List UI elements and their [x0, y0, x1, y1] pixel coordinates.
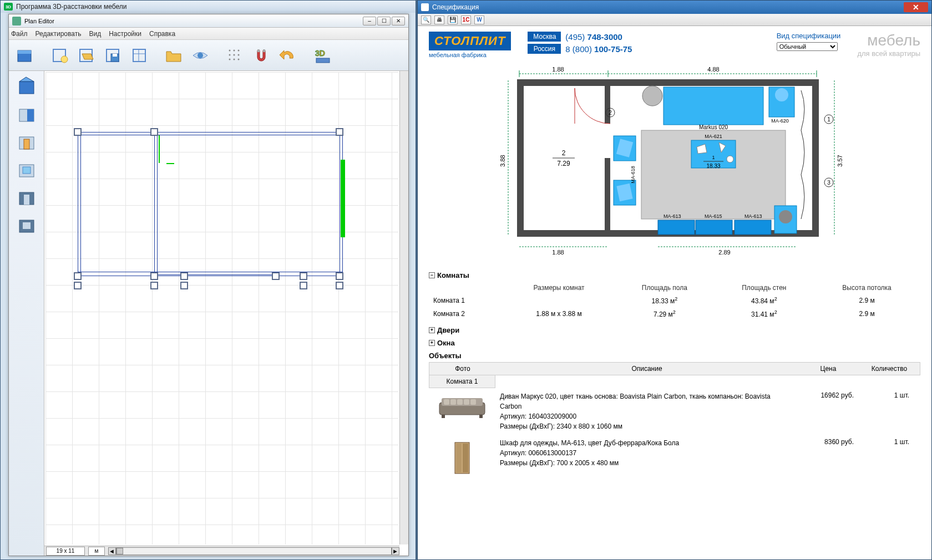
- spec-type-block: Вид спецификации Обычный: [777, 32, 841, 51]
- save-button[interactable]: 💾: [448, 16, 458, 24]
- svg-point-95: [779, 210, 792, 223]
- svg-text:МА-620: МА-620: [771, 118, 789, 124]
- menu-settings[interactable]: Настройки: [109, 30, 141, 38]
- preview-button[interactable]: 🔍: [421, 16, 431, 24]
- plan-editor-title: Plan Editor: [24, 18, 54, 24]
- svg-text:3: 3: [827, 180, 830, 186]
- section-doors[interactable]: + Двери: [429, 324, 920, 337]
- app-icon: 3D: [4, 3, 13, 11]
- svg-rect-106: [456, 444, 462, 472]
- object-photo: [429, 438, 495, 475]
- svg-rect-55: [812, 79, 819, 237]
- section-rooms[interactable]: − Комнаты: [429, 269, 920, 282]
- room-subheader: Комната 1: [429, 375, 495, 388]
- scroll-right-button[interactable]: ►: [392, 547, 399, 555]
- svg-rect-21: [257, 49, 260, 52]
- svg-rect-102: [470, 399, 476, 405]
- spec-titlebar[interactable]: Спецификация ✕: [418, 1, 931, 14]
- svg-marker-26: [19, 77, 34, 82]
- side-room-icon[interactable]: [14, 74, 39, 99]
- menu-file[interactable]: Файл: [11, 30, 28, 38]
- close-button[interactable]: ✕: [392, 17, 405, 26]
- expand-icon[interactable]: +: [429, 340, 435, 346]
- svg-rect-54: [517, 79, 524, 237]
- tb-new-plan[interactable]: [48, 44, 71, 67]
- section-windows[interactable]: + Окна: [429, 337, 920, 349]
- side-wall-icon[interactable]: [14, 102, 39, 126]
- minimize-button[interactable]: –: [363, 17, 376, 26]
- svg-point-15: [229, 54, 231, 55]
- canvas[interactable]: [45, 72, 398, 544]
- svg-text:3.57: 3.57: [837, 155, 843, 166]
- tb-snap-magnet[interactable]: [250, 44, 273, 67]
- statusbar: 19 x 11 м ◄ ►: [44, 546, 399, 556]
- svg-point-67: [642, 86, 662, 106]
- svg-point-18: [229, 58, 231, 60]
- objects-header: Фото Описание Цена Количество: [429, 362, 920, 375]
- svg-rect-100: [457, 399, 463, 405]
- tb-3d-view[interactable]: 3D: [311, 44, 334, 67]
- object-price: 16962 руб.: [798, 391, 859, 399]
- svg-text:МА-618: МА-618: [630, 166, 636, 184]
- svg-rect-98: [444, 399, 449, 405]
- svg-point-11: [197, 53, 203, 58]
- col-qty: Количество: [859, 363, 920, 375]
- tb-save-plan[interactable]: [101, 44, 124, 67]
- export-word-button[interactable]: W: [474, 16, 484, 24]
- svg-point-16: [234, 54, 235, 55]
- maximize-button[interactable]: ☐: [377, 17, 391, 26]
- svg-point-14: [238, 49, 240, 51]
- scrollbar-vertical[interactable]: [399, 71, 408, 544]
- menu-help[interactable]: Справка: [149, 30, 175, 38]
- rooms-table: Размеры комнат Площадь пола Площадь стен…: [429, 282, 920, 320]
- svg-rect-1: [18, 50, 31, 54]
- side-window-icon[interactable]: [14, 157, 39, 182]
- side-toolbar: [9, 71, 44, 556]
- svg-text:МА-621: МА-621: [705, 134, 722, 139]
- menubar: Файл Редактировать Вид Настройки Справка: [9, 28, 408, 40]
- logo-subtitle: мебельная фабрика: [429, 52, 511, 58]
- tb-preview[interactable]: [189, 44, 212, 67]
- spec-content: СТОЛПЛИТ мебельная фабрика Москва (495) …: [418, 26, 931, 559]
- canvas-area: 19 x 11 м ◄ ►: [44, 71, 408, 556]
- col-desc: Описание: [496, 363, 798, 375]
- side-door-icon[interactable]: [14, 130, 39, 154]
- table-row: Комната 2 1.88 м x 3.88 м 7.29 м2 31.41 …: [429, 307, 920, 320]
- logo: СТОЛПЛИТ: [429, 32, 511, 50]
- menu-edit[interactable]: Редактировать: [36, 30, 82, 38]
- svg-rect-30: [24, 139, 29, 149]
- export-1c-button[interactable]: 1С: [461, 16, 471, 24]
- tb-grid-settings[interactable]: [128, 44, 151, 67]
- col-ceiling: Высота потолка: [813, 282, 920, 294]
- print-button[interactable]: 🖶: [434, 16, 444, 24]
- tb-open-plan[interactable]: [74, 44, 98, 67]
- svg-rect-28: [27, 109, 34, 121]
- tb-grid-dots[interactable]: [223, 44, 246, 67]
- menu-view[interactable]: Вид: [89, 30, 101, 38]
- spec-type-select[interactable]: Обычный: [777, 42, 838, 51]
- section-objects: Объекты: [429, 349, 920, 362]
- plan-editor-titlebar[interactable]: Plan Editor – ☐ ✕: [9, 14, 408, 28]
- toolbar: 3D: [9, 40, 408, 71]
- collapse-icon[interactable]: −: [429, 272, 435, 278]
- svg-rect-57: [605, 158, 610, 237]
- col-floor: Площадь пола: [614, 282, 715, 294]
- side-opening-icon[interactable]: [14, 185, 39, 210]
- side-column-icon[interactable]: [14, 213, 39, 237]
- svg-rect-52: [517, 79, 819, 86]
- tb-open-folder[interactable]: [162, 44, 185, 67]
- tb-new-room[interactable]: [13, 44, 37, 67]
- svg-rect-88: [658, 220, 695, 235]
- svg-rect-24: [316, 58, 330, 63]
- svg-text:2.89: 2.89: [718, 249, 730, 256]
- svg-point-3: [61, 56, 68, 63]
- room-outline[interactable]: [78, 132, 343, 287]
- svg-text:МА-615: МА-615: [705, 213, 722, 219]
- spec-close-button[interactable]: ✕: [904, 2, 928, 12]
- scroll-left-button[interactable]: ◄: [108, 547, 116, 555]
- tb-undo[interactable]: [276, 44, 300, 67]
- scrollbar-horizontal[interactable]: [116, 547, 392, 555]
- svg-text:18.33: 18.33: [706, 163, 720, 169]
- main-title: Программа 3D-расстановки мебели: [16, 3, 126, 11]
- expand-icon[interactable]: +: [429, 327, 435, 333]
